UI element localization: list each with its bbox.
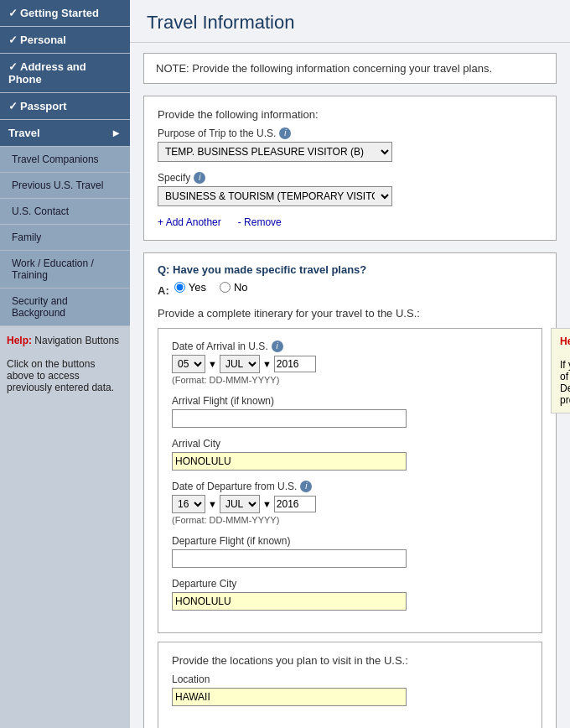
arrival-month-arrow: ▼ — [262, 359, 272, 369]
add-another-link[interactable]: + Add Another — [158, 216, 221, 228]
sidebar-help-title: Help: — [7, 335, 32, 346]
help-panel-title: Help: — [560, 335, 570, 347]
sidebar-item-getting_started[interactable]: ✓Getting Started — [0, 0, 130, 27]
yes-no-group: Yes No — [174, 281, 248, 294]
sidebar-item-previous_u_s__travel[interactable]: Previous U.S. Travel — [0, 173, 130, 199]
location-label: Location — [172, 673, 210, 685]
itinerary-box: Date of Arrival in U.S. i 05 ▼ JUL ▼ — [158, 328, 542, 633]
yes-radio-label[interactable]: Yes — [174, 281, 206, 294]
sidebar-item-security_and_background[interactable]: Security and Background — [0, 289, 130, 326]
no-radio[interactable] — [220, 282, 231, 293]
sidebar-item-address_and_phone[interactable]: ✓Address and Phone — [0, 54, 130, 93]
question-text: Have you made specific travel plans? — [173, 263, 366, 276]
arrival-date-format: (Format: DD-MMM-YYYY) — [172, 375, 528, 385]
purpose-info-icon[interactable]: i — [279, 127, 291, 139]
no-label: No — [234, 281, 248, 294]
arrival-day-select[interactable]: 05 — [172, 355, 205, 373]
specify-select[interactable]: BUSINESS & TOURISM (TEMPORARY VISITOR) (… — [158, 186, 392, 206]
page-title: Travel Information — [130, 0, 570, 43]
answer-label: A: — [158, 284, 169, 297]
yes-label: Yes — [189, 281, 206, 294]
arrival-day-arrow: ▼ — [208, 359, 217, 369]
sidebar-item-family[interactable]: Family — [0, 225, 130, 251]
arrival-year-input[interactable] — [274, 356, 316, 372]
sidebar-item-passport[interactable]: ✓Passport — [0, 93, 130, 120]
departure-flight-input[interactable] — [172, 549, 407, 568]
travel-plans-section: Q: Have you made specific travel plans? … — [143, 252, 557, 728]
departure-date-format: (Format: DD-MMM-YYYY) — [172, 515, 528, 525]
sidebar-help-subtitle: Navigation Buttons — [34, 335, 119, 346]
help-panel: Help: Travel Plans If you are unsure of … — [551, 328, 570, 413]
arrival-date-label: Date of Arrival in U.S. — [172, 341, 268, 352]
departure-day-arrow: ▼ — [208, 499, 217, 509]
arrival-flight-input[interactable] — [172, 409, 407, 428]
sidebar-item-personal[interactable]: ✓Personal — [0, 27, 130, 54]
sidebar-item-work___education___training[interactable]: Work / Education / Training — [0, 251, 130, 289]
arrival-flight-label: Arrival Flight (if known) — [172, 395, 274, 407]
specify-label: Specify — [158, 172, 190, 184]
sidebar-item-u_s__contact[interactable]: U.S. Contact — [0, 199, 130, 225]
itinerary-label: Provide a complete itinerary for your tr… — [158, 307, 542, 320]
sidebar-item-travel[interactable]: Travel► — [0, 120, 130, 147]
purpose-form-box: Provide the following information: Purpo… — [143, 96, 557, 241]
arrival-month-select[interactable]: JUL — [220, 355, 260, 373]
sidebar-help-body: Click on the buttons above to access pre… — [7, 358, 114, 393]
arrival-date-info-icon[interactable]: i — [272, 341, 283, 352]
departure-date-label: Date of Departure from U.S. — [172, 481, 297, 492]
sidebar-item-travel_companions[interactable]: Travel Companions — [0, 147, 130, 173]
question-label: Q: Have you made specific travel plans? — [158, 263, 542, 276]
provide-label: Provide the following information: — [158, 108, 542, 121]
departure-day-select[interactable]: 16 — [172, 495, 205, 513]
departure-month-arrow: ▼ — [262, 499, 272, 509]
departure-flight-label: Departure Flight (if known) — [172, 535, 290, 547]
arrival-city-label: Arrival City — [172, 438, 220, 450]
arrival-city-input[interactable] — [172, 452, 407, 471]
note-box: NOTE: Provide the following information … — [143, 53, 557, 84]
specify-info-icon[interactable]: i — [194, 172, 205, 184]
purpose-select[interactable]: TEMP. BUSINESS PLEASURE VISITOR (B) BUSI… — [158, 142, 392, 162]
departure-month-select[interactable]: JUL — [220, 495, 260, 513]
no-radio-label[interactable]: No — [220, 281, 248, 294]
departure-city-label: Departure City — [172, 578, 236, 590]
departure-year-input[interactable] — [274, 496, 316, 512]
remove-link[interactable]: - Remove — [238, 216, 282, 228]
departure-date-info-icon[interactable]: i — [300, 481, 312, 492]
purpose-label: Purpose of Trip to the U.S. — [158, 127, 276, 139]
locations-box: Provide the locations you plan to visit … — [158, 642, 542, 728]
help-panel-body: If you are unsure of your Date of Arriva… — [560, 359, 570, 406]
location-input[interactable] — [172, 688, 407, 706]
yes-radio[interactable] — [174, 282, 185, 293]
locations-label: Provide the locations you plan to visit … — [172, 654, 528, 667]
departure-city-input[interactable] — [172, 592, 407, 611]
sidebar-help: Help: Navigation Buttons Click on the bu… — [0, 326, 130, 402]
